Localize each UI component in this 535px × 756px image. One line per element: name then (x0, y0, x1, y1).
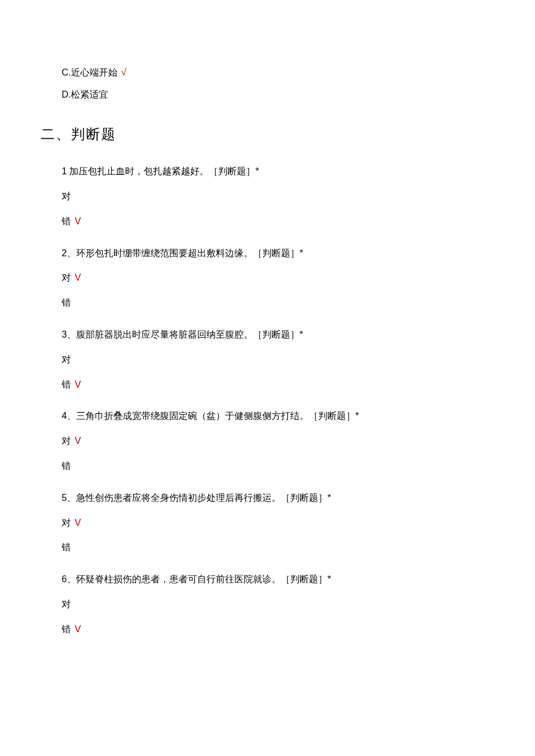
tf-choice-true: 对 V (62, 433, 483, 450)
tf-choice-false: 错 (62, 295, 483, 311)
tf-question-4: 4、三角巾折叠成宽带绕腹固定碗（盆）于健侧腹侧方打结。［判断题］* (62, 408, 483, 425)
tf-choice-false: 错 V (62, 377, 483, 393)
tf-question-3: 3、腹部脏器脱出时应尽量将脏器回纳至腹腔。［判断题］* (62, 327, 483, 343)
tf-choice-true: 对 V (62, 270, 483, 286)
tf-question-1: 1 加压包扎止血时，包扎越紧越好。［判断题］* (62, 163, 483, 180)
tf-question-6: 6、怀疑脊柱损伤的患者，患者可自行前往医院就诊。［判断题］* (62, 571, 483, 588)
choice-label: 对 (62, 273, 71, 282)
tf-choice-true: 对 (62, 596, 483, 613)
check-icon: V (74, 518, 81, 528)
tf-choice-true: 对 (62, 188, 483, 205)
document-page: C.近心端开始 √ D.松紧适宜 二、判断题 1 加压包扎止血时，包扎越紧越好。… (0, 0, 535, 681)
choice-label: 错 (62, 461, 71, 471)
choice-label: 对 (62, 599, 71, 609)
tf-choice-true: 对 (62, 352, 483, 368)
check-icon: V (74, 624, 81, 634)
mc-option-c: C.近心端开始 √ (62, 65, 483, 80)
section-heading: 二、判断题 (41, 125, 483, 144)
tf-choice-false: 错 V (62, 213, 483, 230)
mc-option-d: D.松紧适宜 (62, 87, 483, 102)
tf-choice-false: 错 (62, 458, 483, 475)
option-label: C.近心端开始 (62, 67, 117, 77)
choice-label: 错 (62, 379, 71, 389)
choice-label: 错 (62, 624, 71, 634)
choice-label: 对 (62, 354, 71, 364)
option-label: D.松紧适宜 (62, 89, 108, 99)
check-icon: V (74, 216, 81, 226)
choice-label: 对 (62, 436, 71, 446)
choice-label: 错 (62, 542, 71, 552)
tf-choice-true: 对 V (62, 515, 483, 532)
check-icon: √ (121, 67, 126, 77)
check-icon: V (74, 436, 81, 446)
choice-label: 错 (62, 216, 71, 226)
tf-question-5: 5、急性创伤患者应将全身伤情初步处理后再行搬运。［判断题］* (62, 490, 483, 507)
check-icon: V (74, 379, 81, 389)
choice-label: 对 (62, 191, 71, 201)
tf-choice-false: 错 V (62, 621, 483, 638)
check-icon: V (74, 273, 81, 282)
choice-label: 对 (62, 518, 71, 528)
tf-question-2: 2、环形包扎时绷带缠绕范围要超出敷料边缘。［判断题］* (62, 245, 483, 262)
choice-label: 错 (62, 298, 71, 307)
tf-choice-false: 错 (62, 539, 483, 556)
